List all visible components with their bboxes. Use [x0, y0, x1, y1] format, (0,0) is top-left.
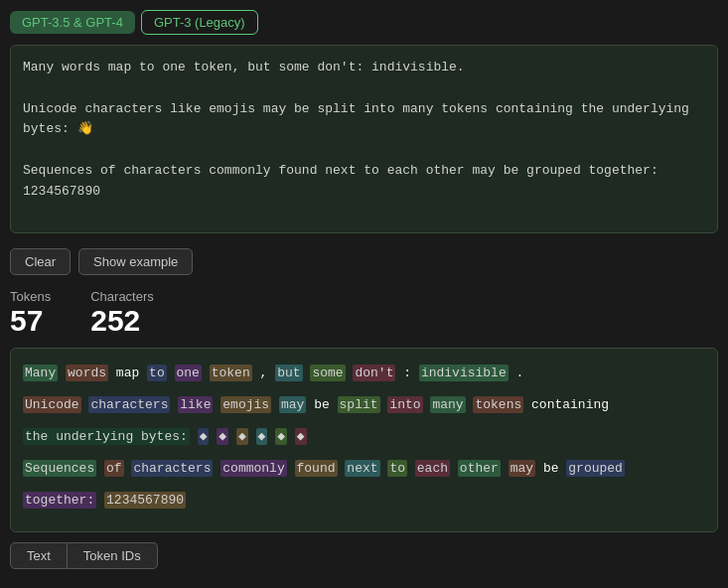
token-to2: to — [387, 460, 407, 477]
token-1234567890: 1234567890 — [104, 492, 186, 509]
token-sequences: Sequences — [23, 460, 96, 477]
token-together: together: — [23, 492, 96, 509]
tokens-label: Tokens — [10, 289, 51, 304]
action-buttons: Clear Show example — [10, 248, 718, 275]
token-some: some — [310, 365, 345, 381]
token-emoji5: ◆ — [275, 428, 287, 445]
tokens-value: 57 — [10, 304, 51, 338]
token-next: next — [345, 460, 379, 477]
stats-row: Tokens 57 Characters 252 — [10, 289, 718, 338]
token-one: one — [175, 365, 202, 381]
token-tokens: tokens — [473, 396, 523, 413]
token-emoji6: ◆ — [295, 428, 307, 445]
token-to: to — [147, 365, 167, 381]
token-many: Many — [23, 365, 58, 381]
token-many2: many — [430, 396, 465, 413]
show-example-button[interactable]: Show example — [78, 248, 193, 275]
token-emojis: emojis — [220, 396, 271, 413]
clear-button[interactable]: Clear — [10, 248, 71, 275]
token-visualization: Many words map to one token , but some d… — [10, 348, 718, 532]
token-emoji2: ◆ — [217, 428, 228, 445]
token-but: but — [275, 365, 302, 381]
token-line-1: Many words map to one token , but some d… — [23, 361, 705, 386]
bottom-tab-bar: Text Token IDs — [10, 542, 718, 569]
token-grouped: grouped — [566, 460, 625, 477]
token-line-2: Unicode characters like emojis may be sp… — [23, 392, 705, 418]
token-may: may — [279, 396, 306, 413]
token-found: found — [295, 460, 338, 477]
tab-gpt3[interactable]: GPT-3 (Legacy) — [141, 10, 258, 35]
token-indivisible: indivisible — [419, 365, 509, 381]
characters-value: 252 — [90, 304, 154, 338]
token-each: each — [415, 460, 450, 477]
token-words: words — [66, 365, 108, 381]
token-the-underlying-bytes: the underlying bytes: — [23, 428, 190, 445]
token-token: token — [210, 365, 252, 381]
characters-label: Characters — [90, 289, 154, 304]
tab-text[interactable]: Text — [10, 542, 68, 569]
token-split: split — [338, 396, 380, 413]
token-like: like — [178, 396, 213, 413]
token-dont: don't — [353, 365, 395, 381]
tab-token-ids[interactable]: Token IDs — [68, 542, 158, 569]
token-of: of — [104, 460, 124, 477]
token-emoji4: ◆ — [256, 428, 268, 445]
tab-bar: GPT-3.5 & GPT-4 GPT-3 (Legacy) — [10, 10, 718, 35]
tab-gpt35[interactable]: GPT-3.5 & GPT-4 — [10, 11, 135, 34]
token-emoji3: ◆ — [236, 428, 248, 445]
token-emoji1: ◆ — [198, 428, 210, 445]
characters-stat: Characters 252 — [90, 289, 154, 338]
token-line-4: Sequences of characters commonly found n… — [23, 456, 705, 482]
token-characters2: characters — [131, 460, 213, 477]
token-into: into — [387, 396, 422, 413]
token-line-3: the underlying bytes: ◆ ◆ ◆ ◆ ◆ ◆ — [23, 424, 705, 450]
token-line-5: together: 1234567890 — [23, 488, 705, 514]
token-characters: characters — [88, 396, 170, 413]
token-commonly: commonly — [220, 460, 286, 477]
token-may2: may — [509, 460, 535, 477]
token-other: other — [458, 460, 501, 477]
tokens-stat: Tokens 57 — [10, 289, 51, 338]
token-unicode: Unicode — [23, 396, 81, 413]
token-input[interactable] — [10, 45, 718, 233]
